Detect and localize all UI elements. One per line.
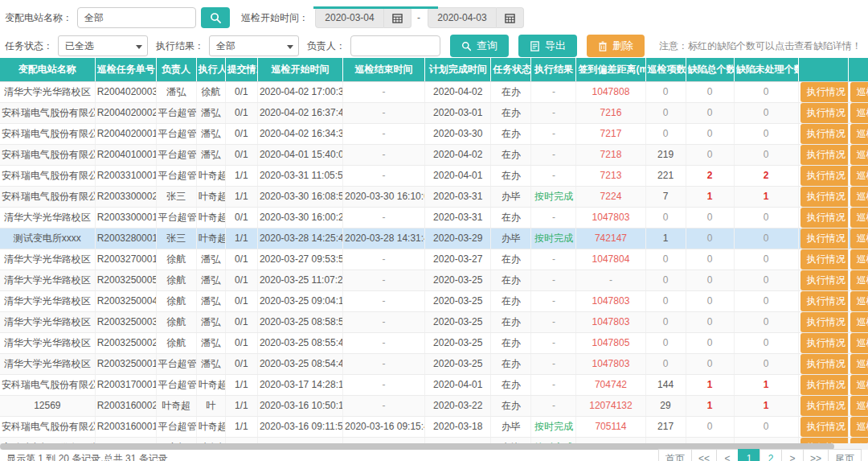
pagination-prev[interactable]: < (716, 449, 739, 461)
cell-signin-distance-link[interactable]: 1047803 (576, 290, 645, 311)
cell-signin-distance-link[interactable]: 1047803 (576, 207, 645, 228)
cell-defects-total[interactable]: 1 (686, 186, 734, 207)
cell-defects-total[interactable]: 2 (686, 165, 734, 186)
query-button[interactable]: 查询 (450, 35, 509, 57)
cell-signin-distance-link[interactable]: 12074132 (576, 395, 645, 416)
inspection-detail-button[interactable]: 巡检明细 (850, 312, 868, 332)
table-row[interactable]: 清华大学光华路校区R2003270001徐航潘弘0/12020-03-27 09… (0, 249, 868, 270)
pagination-page-1[interactable]: 1 (738, 449, 760, 461)
inspection-detail-button[interactable]: 巡检明细 (850, 375, 868, 395)
execution-status-button[interactable]: 执行情况 (800, 82, 849, 102)
pagination-next[interactable]: > (781, 449, 804, 461)
table-row[interactable]: 安科瑞电气股份有限公司E楼R2004010001平台超管11潘弘0/12020-… (0, 144, 868, 165)
cell-defects-total[interactable]: 1 (686, 395, 734, 416)
table-row[interactable]: 清华大学光华路校区R2004020003潘弘徐航0/12020-04-02 17… (0, 81, 868, 102)
table-row[interactable]: 安科瑞电气股份有限公司E楼R2004020002平台超管11潘弘0/12020-… (0, 102, 868, 123)
inspection-detail-button[interactable]: 巡检明细 (850, 187, 868, 207)
inspection-detail-button[interactable]: 巡检明细 (850, 291, 868, 311)
date-to-calendar-button[interactable] (497, 7, 524, 28)
inspection-detail-button[interactable]: 巡检明细 (850, 354, 868, 374)
table-row[interactable]: 12569R2003160002叶奇超叶1/12020-03-16 10:50:… (0, 395, 868, 416)
cell-signin-distance-link[interactable]: 705117 (576, 437, 645, 443)
cell-signin-distance-link[interactable]: 704742 (576, 374, 645, 395)
execution-status-button[interactable]: 执行情况 (800, 291, 849, 311)
execution-status-button[interactable]: 执行情况 (800, 396, 849, 416)
table-row[interactable]: 清华大学光华路校区R2003250004徐航潘弘0/12020-03-25 09… (0, 290, 868, 311)
inspection-detail-button[interactable]: 巡检明细 (850, 82, 868, 102)
inspection-detail-button[interactable]: 巡检明细 (850, 249, 868, 270)
cell-signin-distance-link[interactable]: 7218 (576, 144, 645, 165)
cell-signin-distance-link[interactable]: 705114 (576, 416, 645, 437)
execution-status-button[interactable]: 执行情况 (800, 166, 849, 186)
execution-status-button[interactable]: 执行情况 (800, 103, 849, 123)
inspection-detail-button[interactable]: 巡检明细 (850, 103, 868, 123)
pagination-last[interactable]: 尾页 (828, 449, 862, 461)
table-row[interactable]: 安科瑞电气股份有限公司E楼R2003310001平台超管11叶奇超1/12020… (0, 165, 868, 186)
execution-status-button[interactable]: 执行情况 (800, 354, 849, 374)
pagination-first[interactable]: 首页 (658, 449, 692, 461)
execution-status-button[interactable]: 执行情况 (800, 208, 849, 228)
execution-status-button[interactable]: 执行情况 (800, 375, 849, 395)
pagination-fast-next[interactable]: >> (803, 449, 829, 461)
cell-defects-total[interactable]: 1 (686, 374, 734, 395)
station-name-input[interactable] (77, 7, 196, 28)
table-row[interactable]: 安科瑞电气股份有限公司E楼R2003160001平台超管11叶奇超1/12020… (0, 416, 868, 437)
cell-signin-distance-link[interactable]: 7216 (576, 102, 645, 123)
date-from-input[interactable]: 2020-03-04 (315, 7, 384, 28)
inspection-detail-button[interactable]: 巡检明细 (850, 333, 868, 353)
cell-signin-distance-link[interactable]: 1047805 (576, 332, 645, 353)
cell-actions: 巡检明细 (848, 249, 868, 270)
table-row[interactable]: 安科瑞电气股份有限公司E楼R2003300002张三叶奇超1/12020-03-… (0, 186, 868, 207)
table-row[interactable]: 清华大学光华路校区R2003250005徐航潘弘0/12020-03-25 11… (0, 270, 868, 290)
cell-signin-distance-link[interactable]: 7213 (576, 165, 645, 186)
execution-status-button[interactable]: 执行情况 (800, 270, 849, 290)
execution-status-button[interactable]: 执行情况 (800, 249, 849, 270)
execution-status-button[interactable]: 执行情况 (800, 312, 849, 332)
table-row[interactable]: 安科瑞电气股份有限公司E楼R2003170001平台超管11叶奇超1/12020… (0, 374, 868, 395)
inspection-detail-button[interactable]: 巡检明细 (850, 270, 868, 290)
inspection-detail-button[interactable]: 巡检明细 (850, 145, 868, 165)
owner-input[interactable] (350, 35, 440, 56)
execution-status-button[interactable]: 执行情况 (800, 228, 849, 249)
execution-status-button[interactable]: 执行情况 (800, 145, 849, 165)
date-from-calendar-button[interactable] (384, 7, 411, 28)
inspection-detail-button[interactable]: 巡检明细 (850, 438, 868, 444)
cell-signin-distance-link[interactable]: 1047803 (576, 311, 645, 332)
table-row[interactable]: 测试变电所xxxxR2003280001张三叶奇超1/12020-03-28 1… (0, 228, 868, 249)
inspection-detail-button[interactable]: 巡检明细 (850, 228, 868, 249)
table-row[interactable]: 清华大学光华路校区R2003250003徐航潘弘0/12020-03-25 08… (0, 311, 868, 332)
execution-status-button[interactable]: 执行情况 (800, 124, 849, 144)
table-row[interactable]: 安科瑞电气股份有限公司E楼R2003120001平台超管11叶奇超1/12020… (0, 437, 868, 443)
pagination-fast-prev[interactable]: << (691, 449, 717, 461)
cell-defects-unhandled[interactable]: 2 (734, 165, 798, 186)
export-button[interactable]: 导出 (518, 35, 577, 57)
table-row[interactable]: 安科瑞电气股份有限公司E楼R2004020001平台超管11潘弘0/12020-… (0, 123, 868, 144)
cell-signin-distance-link[interactable]: 1047808 (576, 81, 645, 102)
cell-signin-distance-link[interactable]: 7224 (576, 186, 645, 207)
cell-defects-unhandled[interactable]: 1 (734, 186, 798, 207)
execution-status-button[interactable]: 执行情况 (800, 187, 849, 207)
execution-status-button[interactable]: 执行情况 (800, 438, 849, 444)
execution-status-button[interactable]: 执行情况 (800, 417, 849, 437)
table-row[interactable]: 清华大学光华路校区R2003250002徐航潘弘0/12020-03-25 08… (0, 332, 868, 353)
cell-signin-distance-link[interactable]: 1047803 (576, 353, 645, 374)
task-status-select[interactable]: 已全选 (58, 35, 148, 56)
station-search-button[interactable] (201, 7, 230, 28)
date-to-input[interactable]: 2020-04-03 (428, 7, 497, 28)
pagination-page-2[interactable]: 2 (760, 449, 782, 461)
table-row[interactable]: 清华大学光华路校区R2003250001平台超管11潘弘0/12020-03-2… (0, 353, 868, 374)
inspection-detail-button[interactable]: 巡检明细 (850, 166, 868, 186)
table-row[interactable]: 清华大学光华路校区R2003300001平台超管11叶奇超0/12020-03-… (0, 207, 868, 228)
cell-defects-unhandled[interactable]: 1 (734, 395, 798, 416)
delete-button[interactable]: 删除 (587, 35, 645, 57)
inspection-detail-button[interactable]: 巡检明细 (850, 124, 868, 144)
cell-signin-distance-link[interactable]: 742147 (576, 228, 645, 249)
exec-result-select[interactable]: 全部 (209, 35, 299, 56)
cell-defects-unhandled[interactable]: 1 (734, 374, 798, 395)
cell-signin-distance-link[interactable]: 7217 (576, 123, 645, 144)
cell-signin-distance-link[interactable]: 1047804 (576, 249, 645, 270)
inspection-detail-button[interactable]: 巡检明细 (850, 396, 868, 416)
inspection-detail-button[interactable]: 巡检明细 (850, 208, 868, 228)
execution-status-button[interactable]: 执行情况 (800, 333, 849, 353)
inspection-detail-button[interactable]: 巡检明细 (850, 417, 868, 437)
